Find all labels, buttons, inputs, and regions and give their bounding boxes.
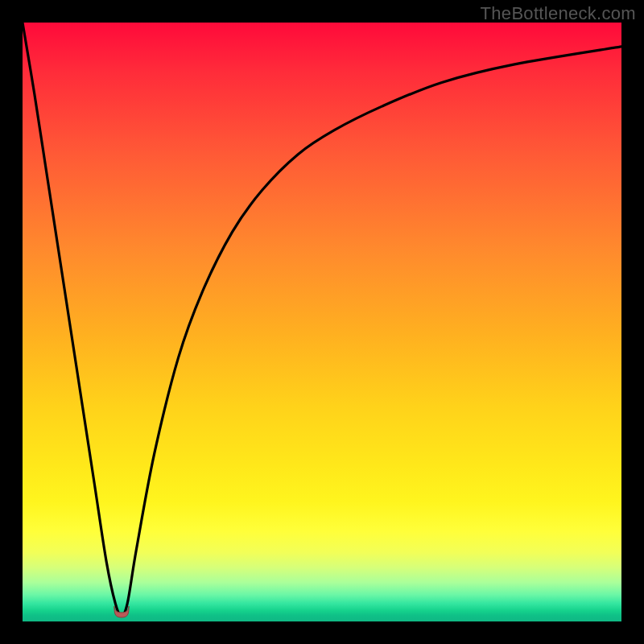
curve-path — [23, 23, 621, 616]
plot-area — [23, 23, 621, 621]
minimum-marker — [111, 605, 132, 619]
chart-frame: TheBottleneck.com — [0, 0, 644, 644]
bottleneck-curve — [23, 23, 621, 621]
watermark-text: TheBottleneck.com — [481, 3, 636, 24]
